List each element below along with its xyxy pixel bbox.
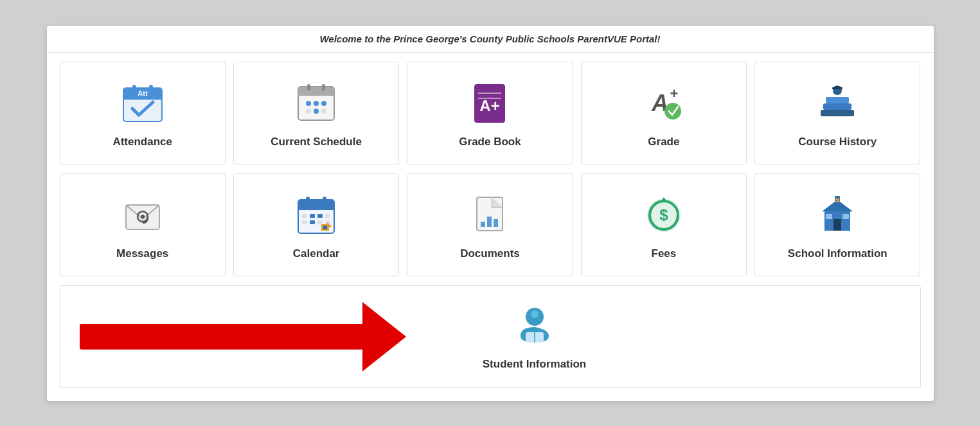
svg-rect-42 xyxy=(302,220,307,224)
documents-icon xyxy=(467,192,513,238)
svg-rect-16 xyxy=(322,84,325,91)
tile-school-information[interactable]: School Information xyxy=(754,173,920,276)
tile-grade-book[interactable]: A+ Grade Book xyxy=(407,62,573,164)
svg-point-10 xyxy=(314,101,319,106)
tile-course-history-label: Course History xyxy=(798,136,877,148)
arrow-container xyxy=(60,302,406,371)
calendar-icon xyxy=(293,192,339,238)
tile-student-information[interactable]: Student Information xyxy=(406,303,663,371)
course-history-icon xyxy=(814,80,860,127)
tile-calendar[interactable]: Calendar xyxy=(233,173,399,276)
svg-rect-35 xyxy=(298,206,334,210)
svg-rect-5 xyxy=(149,85,153,93)
tile-grade-book-label: Grade Book xyxy=(459,136,521,148)
tile-grade[interactable]: A + Grade xyxy=(581,62,747,164)
svg-rect-54 xyxy=(494,219,498,227)
tile-documents-label: Documents xyxy=(460,247,520,260)
tile-messages[interactable]: Messages xyxy=(60,173,226,276)
tile-student-information-label: Student Information xyxy=(483,358,586,371)
grade-icon: A + xyxy=(641,80,687,127)
svg-rect-37 xyxy=(323,197,326,204)
svg-rect-25 xyxy=(823,103,851,110)
tile-grade-label: Grade xyxy=(648,136,679,148)
svg-point-23 xyxy=(664,103,681,120)
svg-rect-38 xyxy=(302,214,307,218)
svg-rect-26 xyxy=(826,97,849,103)
svg-rect-36 xyxy=(306,197,310,204)
welcome-text: Welcome to the Prince George's County Pu… xyxy=(319,33,660,44)
tile-documents[interactable]: Documents xyxy=(407,173,573,276)
messages-icon xyxy=(120,192,166,238)
arrow-head xyxy=(362,302,406,371)
tile-fees-label: Fees xyxy=(652,247,677,260)
svg-rect-24 xyxy=(821,110,854,116)
svg-text:+: + xyxy=(670,85,678,102)
tiles-row-1: Att Attendance xyxy=(47,53,934,173)
attendance-icon: Att xyxy=(120,80,166,127)
welcome-bar: Welcome to the Prince George's County Pu… xyxy=(47,26,934,53)
tile-attendance-label: Attendance xyxy=(112,136,172,148)
arrow-shaft xyxy=(80,324,362,350)
svg-text:Att: Att xyxy=(138,89,148,97)
svg-rect-52 xyxy=(481,222,485,227)
svg-point-32 xyxy=(141,215,145,218)
tiles-row-3: Student Information xyxy=(60,285,921,388)
tile-calendar-label: Calendar xyxy=(293,247,340,260)
svg-rect-61 xyxy=(833,219,841,231)
tile-current-schedule-label: Current Schedule xyxy=(271,136,362,148)
fees-icon: $ xyxy=(641,192,687,238)
svg-rect-43 xyxy=(310,220,315,224)
svg-rect-39 xyxy=(310,214,315,218)
tile-messages-label: Messages xyxy=(116,247,168,260)
school-information-icon xyxy=(814,192,860,238)
current-schedule-icon xyxy=(293,80,339,127)
svg-rect-53 xyxy=(487,217,492,227)
grade-book-icon: A+ xyxy=(467,80,513,127)
svg-point-13 xyxy=(314,109,319,114)
svg-rect-62 xyxy=(826,214,832,219)
svg-point-9 xyxy=(306,101,311,106)
svg-rect-41 xyxy=(325,214,330,218)
student-information-icon xyxy=(512,303,558,349)
tile-course-history[interactable]: Course History xyxy=(754,62,920,164)
tiles-row-2: Messages xyxy=(47,173,934,285)
svg-text:A+: A+ xyxy=(480,97,500,114)
tile-attendance[interactable]: Att Attendance xyxy=(60,62,226,164)
svg-rect-63 xyxy=(842,214,849,219)
svg-point-67 xyxy=(531,310,539,318)
svg-point-11 xyxy=(321,101,326,106)
svg-rect-8 xyxy=(298,92,334,96)
svg-rect-40 xyxy=(317,214,323,218)
svg-rect-15 xyxy=(307,84,310,91)
svg-marker-29 xyxy=(832,85,842,87)
portal-container: Welcome to the Prince George's County Pu… xyxy=(47,26,934,401)
tile-school-information-label: School Information xyxy=(788,247,887,260)
tile-fees[interactable]: $ Fees xyxy=(581,173,747,276)
svg-rect-49 xyxy=(323,226,327,229)
svg-point-12 xyxy=(306,109,311,114)
red-arrow xyxy=(80,302,406,371)
svg-rect-4 xyxy=(132,85,136,93)
svg-rect-44 xyxy=(317,220,323,224)
svg-text:$: $ xyxy=(659,206,668,224)
svg-point-65 xyxy=(836,200,839,202)
svg-point-14 xyxy=(321,109,326,114)
svg-rect-28 xyxy=(832,87,842,89)
tile-current-schedule[interactable]: Current Schedule xyxy=(233,62,399,164)
